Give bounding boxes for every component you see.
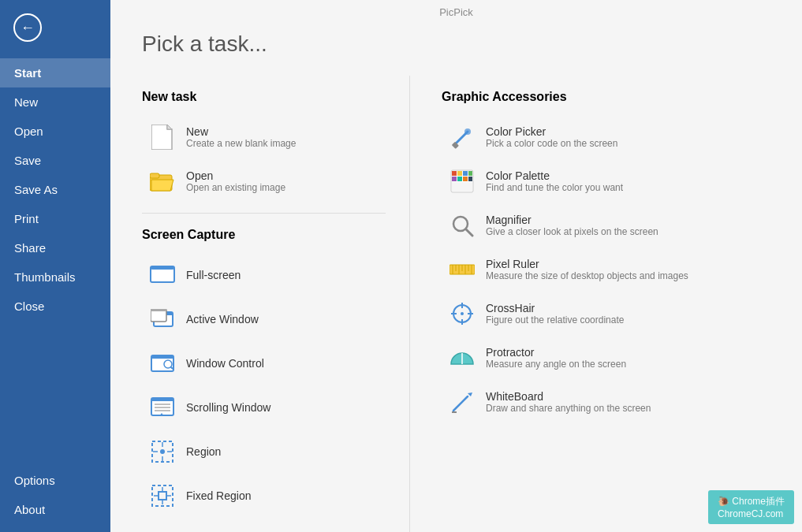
active-window-icon bbox=[148, 305, 177, 333]
screen-capture-header: Screen Capture bbox=[142, 228, 386, 242]
region-text: Region bbox=[186, 445, 221, 458]
svg-rect-44 bbox=[463, 177, 468, 181]
svg-rect-38 bbox=[452, 171, 457, 176]
task-window-control[interactable]: Window Control bbox=[142, 341, 386, 385]
color-palette-desc: Find and tune the color you want bbox=[486, 182, 623, 193]
svg-point-21 bbox=[160, 449, 165, 454]
svg-rect-43 bbox=[457, 177, 462, 181]
graphic-accessories-header: Graphic Accessories bbox=[442, 90, 770, 104]
sidebar-item-save[interactable]: Save bbox=[0, 146, 110, 175]
sidebar-item-options[interactable]: Options bbox=[0, 466, 110, 495]
task-active-window[interactable]: Active Window bbox=[142, 297, 386, 341]
fixed-region-icon bbox=[148, 482, 177, 510]
sidebar: ← Start New Open Save Save As Print Shar… bbox=[0, 0, 110, 532]
sidebar-item-new[interactable]: New bbox=[0, 87, 110, 117]
watermark: 🐌 Chrome插件ChromeCJ.com bbox=[708, 490, 794, 524]
active-window-name: Active Window bbox=[186, 313, 259, 326]
sidebar-item-save-as[interactable]: Save As bbox=[0, 175, 110, 204]
task-new[interactable]: New Create a new blank image bbox=[142, 115, 386, 159]
open-task-desc: Open an existing image bbox=[186, 182, 285, 193]
window-control-name: Window Control bbox=[186, 357, 264, 370]
window-control-text: Window Control bbox=[186, 357, 264, 370]
svg-line-64 bbox=[453, 396, 468, 411]
task-whiteboard[interactable]: WhiteBoard Draw and share anything on th… bbox=[442, 380, 770, 424]
open-task-text: Open Open an existing image bbox=[186, 169, 285, 193]
fullscreen-name: Full-screen bbox=[186, 269, 241, 281]
svg-rect-5 bbox=[151, 266, 174, 270]
whiteboard-icon bbox=[448, 388, 476, 416]
whiteboard-name: WhiteBoard bbox=[486, 390, 651, 403]
sidebar-nav: Start New Open Save Save As Print Share … bbox=[0, 58, 110, 321]
sidebar-item-open[interactable]: Open bbox=[0, 117, 110, 146]
task-fixed-region[interactable]: Fixed Region bbox=[142, 474, 386, 518]
svg-rect-9 bbox=[151, 309, 166, 311]
protractor-desc: Measure any angle on the screen bbox=[486, 359, 626, 370]
sidebar-item-share[interactable]: Share bbox=[0, 233, 110, 262]
color-palette-text: Color Palette Find and tune the color yo… bbox=[486, 169, 623, 193]
sidebar-item-print[interactable]: Print bbox=[0, 204, 110, 233]
fullscreen-icon bbox=[148, 261, 177, 289]
sidebar-item-thumbnails[interactable]: Thumbnails bbox=[0, 262, 110, 292]
svg-rect-45 bbox=[468, 177, 472, 181]
region-icon bbox=[148, 437, 177, 466]
task-scrolling-window[interactable]: Scrolling Window bbox=[142, 385, 386, 430]
svg-rect-11 bbox=[151, 355, 173, 359]
fixed-region-text: Fixed Region bbox=[186, 489, 252, 502]
app-title: PicPick bbox=[439, 6, 473, 18]
screen-capture-title-rest: Capture bbox=[184, 228, 235, 241]
open-task-name: Open bbox=[186, 169, 285, 182]
color-picker-icon bbox=[448, 123, 476, 151]
sidebar-item-start[interactable]: Start bbox=[0, 58, 110, 87]
section-divider-1 bbox=[142, 213, 386, 214]
new-task-title-blue: New bbox=[142, 90, 168, 103]
crosshair-text: CrossHair Figure out the relative coordi… bbox=[486, 302, 624, 326]
window-control-icon bbox=[148, 349, 177, 378]
svg-rect-39 bbox=[457, 171, 462, 176]
task-magnifier[interactable]: Magnifier Give a closer look at pixels o… bbox=[442, 203, 770, 247]
new-icon bbox=[148, 123, 177, 151]
sidebar-item-close[interactable]: Close bbox=[0, 292, 110, 321]
graphic-title-blue: Graphic bbox=[442, 90, 489, 103]
magnifier-text: Magnifier Give a closer look at pixels o… bbox=[486, 214, 658, 237]
open-icon bbox=[148, 167, 177, 195]
protractor-name: Protractor bbox=[486, 346, 626, 359]
sidebar-item-about[interactable]: About bbox=[0, 495, 110, 524]
new-task-title-rest: task bbox=[168, 90, 196, 103]
task-protractor[interactable]: Protractor Measure any angle on the scre… bbox=[442, 336, 770, 380]
task-pixel-ruler[interactable]: Pixel Ruler Measure the size of desktop … bbox=[442, 247, 770, 292]
screen-capture-title-blue: Screen bbox=[142, 228, 184, 241]
new-task-desc: Create a new blank image bbox=[186, 138, 296, 149]
content-columns: New task New Create a new blank image bbox=[142, 76, 770, 532]
task-open[interactable]: Open Open an existing image bbox=[142, 159, 386, 203]
svg-rect-42 bbox=[452, 177, 457, 181]
scrolling-window-icon bbox=[148, 393, 177, 422]
svg-marker-1 bbox=[167, 125, 172, 129]
pixel-ruler-text: Pixel Ruler Measure the size of desktop … bbox=[486, 258, 688, 281]
magnifier-name: Magnifier bbox=[486, 214, 658, 226]
right-column: Graphic Accessories Color Picker Pick a … bbox=[410, 76, 770, 532]
svg-line-48 bbox=[466, 229, 472, 236]
active-window-text: Active Window bbox=[186, 313, 259, 326]
color-picker-text: Color Picker Pick a color code on the sc… bbox=[486, 125, 617, 149]
new-task-name: New bbox=[186, 125, 296, 138]
pixel-ruler-icon bbox=[448, 255, 476, 284]
scrolling-window-text: Scrolling Window bbox=[186, 401, 270, 414]
new-task-text: New Create a new blank image bbox=[186, 125, 296, 149]
task-freehand[interactable]: FreeHand bbox=[142, 518, 386, 532]
crosshair-desc: Figure out the relative coordinate bbox=[486, 314, 624, 326]
svg-rect-46 bbox=[452, 182, 472, 192]
task-region[interactable]: Region bbox=[142, 430, 386, 474]
left-column: New task New Create a new blank image bbox=[142, 76, 410, 532]
scrolling-window-name: Scrolling Window bbox=[186, 401, 270, 414]
fullscreen-text: Full-screen bbox=[186, 269, 241, 281]
pixel-ruler-name: Pixel Ruler bbox=[486, 258, 688, 270]
protractor-icon bbox=[448, 344, 476, 372]
protractor-text: Protractor Measure any angle on the scre… bbox=[486, 346, 626, 370]
task-crosshair[interactable]: CrossHair Figure out the relative coordi… bbox=[442, 292, 770, 336]
back-button[interactable]: ← bbox=[8, 8, 47, 47]
task-color-picker[interactable]: Color Picker Pick a color code on the sc… bbox=[442, 115, 770, 159]
color-picker-desc: Pick a color code on the screen bbox=[486, 138, 617, 149]
svg-rect-40 bbox=[463, 171, 468, 176]
task-fullscreen[interactable]: Full-screen bbox=[142, 253, 386, 297]
task-color-palette[interactable]: Color Palette Find and tune the color yo… bbox=[442, 159, 770, 203]
